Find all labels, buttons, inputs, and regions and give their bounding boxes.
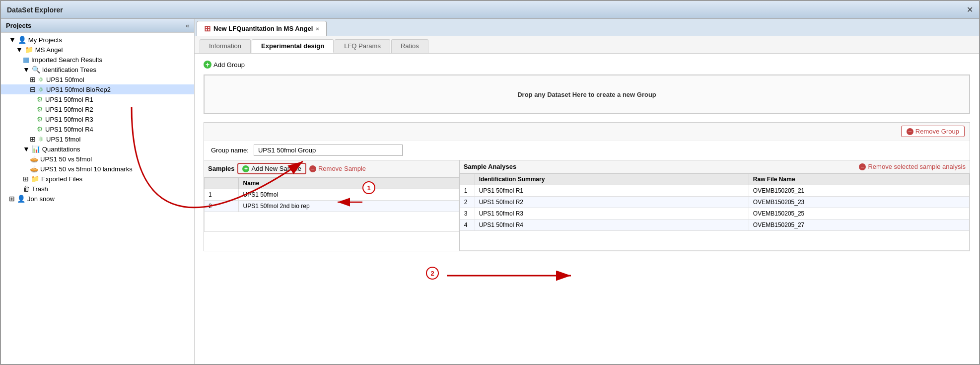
tab-information[interactable]: Information (200, 39, 251, 53)
quant-icon: 📊 (32, 145, 40, 153)
sidebar-item-ups1-50-5fmol-10[interactable]: 🥧 UPS1 50 vs 5fmol 10 landmarks (1, 164, 194, 174)
row-raw: OVEMB150205_25 (749, 208, 969, 219)
samples-section: Samples + Add New Sample – Remove Sample (204, 160, 460, 251)
table-row[interactable]: 1 UPS1 50fmol R1 OVEMB150205_21 (460, 185, 969, 197)
sidebar-item-label: UPS1 50fmol R1 (45, 96, 93, 103)
tab-area: ⊞ New LFQuantitation in MS Angel × Infor… (195, 19, 979, 364)
subtab-bar: Information Experimental design LFQ Para… (195, 36, 979, 54)
sidebar-item-quantitations[interactable]: ▼ 📊 Quantitations (1, 144, 194, 154)
expand-icon5: ⊟ (30, 85, 36, 93)
sidebar-item-ups1-50fmol-biorep2[interactable]: ⊟ ⚛ UPS1 50fmol BioRep2 (1, 84, 194, 94)
tab-lfq-params[interactable]: LFQ Params (335, 39, 390, 53)
sidebar-item-my-projects[interactable]: ▼ 👤 My Projects (1, 35, 194, 45)
expand-icon2: ▼ (16, 46, 23, 54)
molecule2-icon: ⚛ (38, 85, 44, 93)
sidebar-item-ups1-50-5fmol[interactable]: 🥧 UPS1 50 vs 5fmol (1, 154, 194, 164)
sidebar-item-label: UPS1 50fmol BioRep2 (46, 86, 111, 93)
row-num: 1 (205, 189, 239, 201)
sidebar-item-label: UPS1 5fmol (46, 136, 80, 143)
main-tab[interactable]: ⊞ New LFQuantitation in MS Angel × (197, 21, 327, 36)
sidebar-item-exported-files[interactable]: ⊞ 📁 Exported Files (1, 174, 194, 184)
sidebar-item-jon-snow[interactable]: ⊞ 👤 Jon snow (1, 194, 194, 204)
molecule-icon: ⚛ (38, 75, 44, 83)
sidebar-item-r1[interactable]: ⚙ UPS1 50fmol R1 (1, 94, 194, 104)
expand-icon4: ⊞ (30, 75, 36, 83)
sidebar-item-ms-angel[interactable]: ▼ 📁 MS Angel (1, 45, 194, 55)
sidebar-item-imported-search[interactable]: ▦ Imported Search Results (1, 55, 194, 65)
add-new-sample-button[interactable]: + Add New Sample (237, 163, 306, 174)
sidebar-item-identification-trees[interactable]: ▼ 🔍 Identification Trees (1, 65, 194, 74)
run-icon: ⚙ (37, 95, 43, 103)
group-name-label: Group name: (211, 146, 249, 154)
table-row[interactable]: 3 UPS1 50fmol R3 OVEMB150205_25 (460, 208, 969, 219)
analyses-toolbar: Sample Analyses – Remove selected sample… (460, 160, 970, 173)
sidebar-item-label: UPS1 50fmol R4 (45, 126, 93, 133)
add-group-button[interactable]: + Add Group (204, 61, 245, 69)
table-row[interactable]: 1 UPS1 50fmol (205, 189, 459, 201)
export-folder-icon: 📁 (31, 175, 39, 183)
row-num: 2 (460, 197, 475, 208)
row-raw: OVEMB150205_21 (749, 185, 969, 197)
analyses-col-raw: Raw File Name (749, 174, 969, 185)
group-name-input[interactable] (254, 145, 403, 156)
remove-sample-button[interactable]: – Remove Sample (309, 165, 366, 172)
remove-sample-icon: – (309, 165, 316, 172)
row-summary: UPS1 50fmol R2 (475, 197, 749, 208)
sidebar-item-label: UPS1 50 vs 5fmol (40, 155, 92, 163)
tables-row: Samples + Add New Sample – Remove Sample (204, 160, 970, 251)
tree: ▼ 👤 My Projects ▼ 📁 MS Angel ▦ Imported … (1, 33, 194, 364)
analyses-table: Identification Summary Raw File Name 1 U… (460, 173, 970, 251)
folder-icon: 📁 (25, 46, 33, 54)
table-row[interactable]: 2 UPS1 50fmol R2 OVEMB150205_23 (460, 197, 969, 208)
sidebar-item-trash[interactable]: 🗑 Trash (1, 184, 194, 194)
expand-icon7: ▼ (23, 145, 30, 153)
row-num: 3 (460, 208, 475, 219)
tab-experimental-design[interactable]: Experimental design (252, 39, 334, 53)
expand-icon8: ⊞ (23, 175, 29, 183)
sidebar-header: Projects « (1, 19, 194, 33)
remove-group-button[interactable]: – Remove Group (901, 126, 965, 137)
sidebar-item-label: My Projects (28, 36, 62, 44)
user-icon: 👤 (18, 36, 26, 44)
expand-icon6: ⊞ (30, 135, 36, 143)
samples-table: Name 1 UPS1 50fmol (204, 177, 459, 232)
group-name-row: Group name: (204, 141, 970, 160)
row-num: 4 (460, 219, 475, 231)
sidebar-item-ups1-5fmol[interactable]: ⊞ ⚛ UPS1 5fmol (1, 134, 194, 144)
row-name: UPS1 50fmol 2nd bio rep (239, 201, 459, 212)
row-name: UPS1 50fmol (239, 189, 459, 201)
run2-icon: ⚙ (37, 105, 43, 113)
group-panel: – Remove Group Group name: (204, 122, 970, 251)
tab-ratios[interactable]: Ratios (391, 39, 428, 53)
table-row[interactable]: 4 UPS1 50fmol R4 OVEMB150205_27 (460, 219, 969, 231)
run4-icon: ⚙ (37, 125, 43, 133)
sidebar-item-ups1-50fmol[interactable]: ⊞ ⚛ UPS1 50fmol (1, 74, 194, 84)
row-raw: OVEMB150205_23 (749, 197, 969, 208)
remove-analysis-button[interactable]: – Remove selected sample analysis (859, 163, 966, 170)
sidebar-item-label: Jon snow (27, 195, 55, 203)
sidebar-item-label: MS Angel (35, 46, 63, 54)
user2-icon: 👤 (17, 195, 25, 203)
pie-icon: 🥧 (30, 155, 38, 163)
samples-col-num (205, 178, 239, 189)
table-row-empty (205, 212, 459, 232)
row-raw: OVEMB150205_27 (749, 219, 969, 231)
expand-icon3: ▼ (23, 66, 30, 73)
collapse-button[interactable]: « (186, 22, 189, 29)
pie2-icon: 🥧 (30, 165, 38, 173)
table-row[interactable]: 2 UPS1 50fmol 2nd bio rep (205, 201, 459, 212)
drop-zone[interactable]: Drop any Dataset Here to create a new Gr… (204, 74, 970, 114)
sidebar-item-r3[interactable]: ⚙ UPS1 50fmol R3 (1, 114, 194, 124)
dataset-icon: ▦ (23, 56, 29, 64)
window-close-button[interactable]: ✕ (967, 5, 973, 14)
projects-label: Projects (6, 22, 31, 29)
sidebar: Projects « ▼ 👤 My Projects ▼ 📁 MS Angel (1, 19, 195, 364)
sidebar-item-r2[interactable]: ⚙ UPS1 50fmol R2 (1, 104, 194, 114)
tab-close-button[interactable]: × (316, 26, 319, 32)
remove-analysis-icon: – (859, 163, 866, 170)
group-panel-header: – Remove Group (204, 123, 970, 141)
sidebar-item-label: Exported Files (41, 175, 82, 183)
sidebar-item-r4[interactable]: ⚙ UPS1 50fmol R4 (1, 124, 194, 134)
main-tab-label: New LFQuantitation in MS Angel (213, 25, 313, 32)
analyses-col-num (460, 174, 475, 185)
